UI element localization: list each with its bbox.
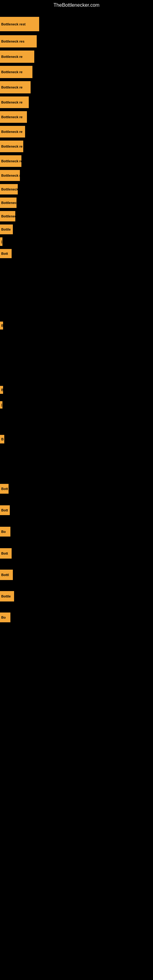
bottleneck-bar-12: Bottleneck bbox=[0, 184, 18, 194]
bottleneck-bar-10: Bottleneck re bbox=[0, 155, 21, 167]
bottleneck-bar-2: Bottleneck res bbox=[0, 35, 37, 48]
site-title: TheBottlenecker.com bbox=[0, 0, 153, 10]
bottleneck-bar-5: Bottleneck re bbox=[0, 81, 30, 94]
bottleneck-bar-3: Bottleneck re bbox=[0, 51, 34, 63]
bottleneck-bar-19: B bbox=[0, 386, 3, 394]
bottleneck-bar-24: Bo bbox=[0, 527, 10, 536]
bottleneck-bar-11: Bottleneck r bbox=[0, 170, 20, 181]
bottleneck-bar-27: Bottle bbox=[0, 591, 14, 601]
bottleneck-bar-25: Bott bbox=[0, 548, 12, 558]
bottleneck-bar-13: Bottleneck bbox=[0, 197, 16, 208]
bottleneck-bar-4: Bottleneck re bbox=[0, 66, 32, 78]
bottleneck-bar-18: B bbox=[0, 321, 3, 329]
bottleneck-bar-22: Bott bbox=[0, 484, 9, 494]
bottleneck-bar-15: Bottle bbox=[0, 224, 13, 234]
bottleneck-bar-26: Bottl bbox=[0, 570, 13, 580]
bottleneck-bar-23: Bott bbox=[0, 505, 10, 515]
bottleneck-bar-20: | bbox=[0, 401, 2, 409]
bottleneck-bar-28: Bo bbox=[0, 612, 10, 622]
bottleneck-bar-14: Bottleneck bbox=[0, 211, 15, 221]
bottleneck-bar-7: Bottleneck re bbox=[0, 111, 27, 123]
bottleneck-bar-17: Bott bbox=[0, 249, 12, 258]
bottleneck-bar-21: B bbox=[0, 435, 4, 444]
bottleneck-bar-6: Bottleneck re bbox=[0, 97, 29, 108]
bottleneck-bar-9: Bottleneck re bbox=[0, 140, 23, 152]
bottleneck-bar-8: Bottleneck re bbox=[0, 126, 25, 137]
bottleneck-bar-16: | bbox=[0, 237, 2, 246]
bottleneck-bar-1: Bottleneck rest bbox=[0, 17, 39, 31]
